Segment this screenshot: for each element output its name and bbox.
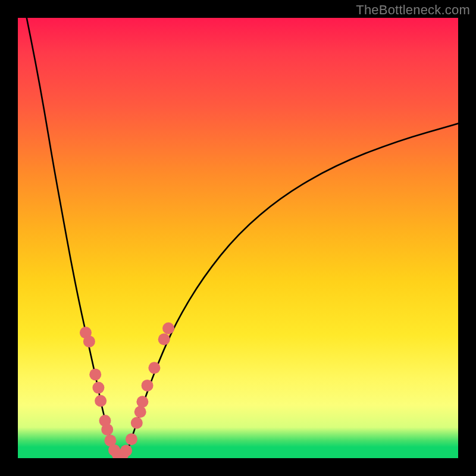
data-point bbox=[148, 362, 160, 374]
curve-right-branch bbox=[125, 124, 458, 458]
data-point bbox=[80, 327, 92, 339]
data-point bbox=[162, 322, 174, 334]
data-point bbox=[83, 336, 95, 347]
data-point bbox=[104, 434, 116, 446]
chart-frame: TheBottleneck.com bbox=[0, 0, 476, 476]
data-point bbox=[101, 424, 113, 436]
curve-left-branch bbox=[27, 18, 118, 458]
data-point bbox=[131, 417, 143, 429]
data-point bbox=[120, 444, 132, 456]
data-point bbox=[92, 382, 104, 394]
curve-group bbox=[27, 18, 458, 458]
data-point bbox=[158, 333, 170, 345]
data-point bbox=[112, 449, 124, 458]
data-point bbox=[117, 449, 129, 458]
dots-group bbox=[80, 322, 174, 458]
data-point bbox=[95, 395, 107, 407]
data-point bbox=[126, 433, 137, 445]
data-point bbox=[99, 415, 111, 427]
data-point bbox=[89, 368, 101, 380]
data-point bbox=[134, 406, 146, 418]
data-point bbox=[136, 396, 148, 408]
plot-area bbox=[18, 18, 458, 458]
data-point bbox=[108, 444, 120, 456]
chart-svg bbox=[18, 18, 458, 458]
watermark-text: TheBottleneck.com bbox=[356, 2, 470, 18]
data-point bbox=[142, 380, 154, 392]
